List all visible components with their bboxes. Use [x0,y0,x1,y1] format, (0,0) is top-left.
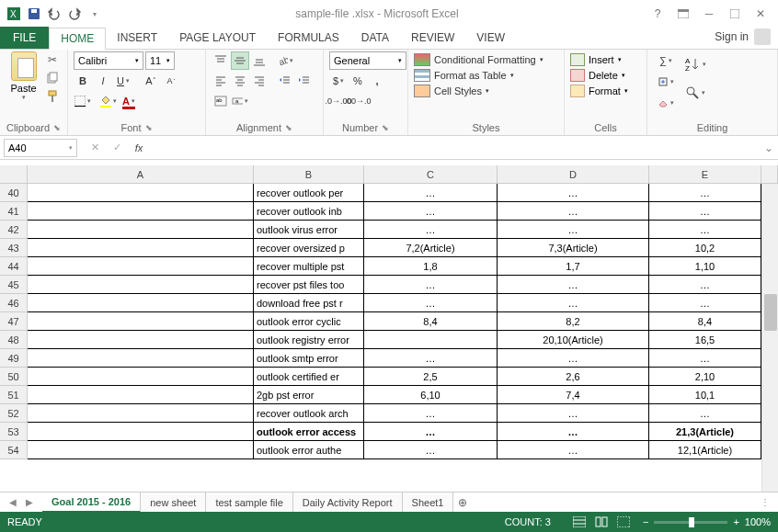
formula-input[interactable] [153,139,760,157]
qat-customize-icon[interactable]: ▾ [86,6,103,22]
minimize-button[interactable]: ─ [697,5,721,23]
sheet-tab[interactable]: Daily Activity Report [293,492,403,513]
name-box[interactable]: A40▾ [4,139,77,157]
cell[interactable] [28,349,254,368]
cell[interactable] [28,184,254,202]
row-header[interactable]: 42 [0,221,28,239]
font-size-combo[interactable]: 11▾ [145,51,175,70]
cell[interactable]: … [649,276,761,294]
align-bottom-icon[interactable] [250,51,269,70]
clear-icon[interactable] [653,94,679,112]
autosum-icon[interactable]: ∑ [653,51,679,70]
tab-view[interactable]: VIEW [465,27,516,49]
cell[interactable] [364,331,498,349]
cell[interactable]: … [649,404,761,423]
cell[interactable]: … [498,184,649,202]
row-header[interactable]: 50 [0,368,28,386]
col-header[interactable]: D [498,165,649,184]
enter-formula-icon[interactable]: ✓ [107,139,127,157]
cell[interactable]: recover multiple pst [254,257,364,276]
sort-filter-icon[interactable]: AZ [682,51,708,77]
cell[interactable]: outlook error cyclic [254,312,364,331]
cell[interactable]: … [364,404,498,423]
tab-page-layout[interactable]: PAGE LAYOUT [168,27,267,49]
format-cells-button[interactable]: Format▾ [570,85,628,97]
cell[interactable] [28,294,254,312]
increase-indent-icon[interactable] [295,72,314,90]
cell[interactable]: … [498,349,649,368]
col-header[interactable]: E [649,165,761,184]
cell[interactable]: … [498,441,649,459]
copy-icon[interactable] [43,70,62,86]
cell[interactable]: 2,10 [649,368,761,386]
cell[interactable]: … [649,202,761,221]
sheet-nav-prev-icon[interactable]: ◀ [6,495,20,510]
cell[interactable]: … [364,202,498,221]
cell[interactable]: 10,2 [649,239,761,257]
sheet-tab[interactable]: Goal 2015 - 2016 [42,492,141,513]
italic-button[interactable]: I [94,72,112,90]
cell[interactable]: … [498,404,649,423]
cell[interactable]: recover oversized p [254,239,364,257]
spreadsheet-grid[interactable]: ABCDE40recover outlook per………41recover o… [0,165,778,492]
cell[interactable]: … [364,441,498,459]
delete-cells-button[interactable]: Delete▾ [570,69,625,82]
cell[interactable]: outlook smtp error [254,349,364,368]
cell[interactable]: 8,4 [364,312,498,331]
align-middle-icon[interactable] [231,51,249,70]
cell[interactable]: 16,5 [649,331,761,349]
row-header[interactable]: 43 [0,239,28,257]
orientation-icon[interactable]: ab [276,51,294,70]
format-painter-icon[interactable] [43,88,62,105]
insert-cells-button[interactable]: Insert▾ [570,53,622,66]
zoom-in-icon[interactable]: + [733,516,738,527]
conditional-formatting-button[interactable]: Conditional Formatting▾ [414,53,543,66]
cell[interactable]: outlook error access [254,423,364,441]
vertical-scrollbar[interactable] [761,184,778,492]
font-launcher-icon[interactable]: ⬊ [145,123,153,132]
cell[interactable]: download free pst r [254,294,364,312]
align-left-icon[interactable] [212,72,230,90]
excel-icon[interactable]: X [6,6,22,22]
cell[interactable]: 1,7 [498,257,649,276]
cell[interactable]: 7,4 [498,386,649,404]
cell[interactable]: 2,6 [498,368,649,386]
font-name-combo[interactable]: Calibri▾ [74,51,143,70]
cell[interactable] [28,239,254,257]
align-top-icon[interactable] [212,51,230,70]
zoom-out-icon[interactable]: − [643,516,648,527]
tab-formulas[interactable]: FORMULAS [267,27,350,49]
cell[interactable]: … [364,294,498,312]
file-tab[interactable]: FILE [0,27,49,49]
tab-insert[interactable]: INSERT [106,27,168,49]
add-sheet-button[interactable]: ⊕ [453,496,472,509]
cell[interactable] [28,386,254,404]
cell[interactable]: outlook registry error [254,331,364,349]
cell[interactable]: outlook error authe [254,441,364,459]
close-button[interactable]: ✕ [749,5,772,23]
cell[interactable] [28,312,254,331]
borders-button[interactable] [74,92,92,110]
cancel-formula-icon[interactable]: ✕ [85,139,105,157]
cell[interactable]: 2,5 [364,368,498,386]
cell[interactable] [28,404,254,423]
percent-format-icon[interactable]: % [349,72,367,90]
tab-home[interactable]: HOME [49,28,106,50]
cell[interactable] [28,202,254,221]
fx-icon[interactable]: fx [129,139,149,157]
cell[interactable] [28,368,254,386]
cell[interactable]: … [498,423,649,441]
tab-review[interactable]: REVIEW [400,27,465,49]
cell[interactable]: outlook virus error [254,221,364,239]
select-all-corner[interactable] [0,165,28,184]
cell[interactable]: 2gb pst error [254,386,364,404]
tab-data[interactable]: DATA [350,27,400,49]
decrease-decimal-icon[interactable]: .00→.0 [349,92,367,110]
align-right-icon[interactable] [250,72,269,90]
row-header[interactable]: 46 [0,294,28,312]
undo-icon[interactable] [46,6,63,22]
sheet-tab[interactable]: new sheet [141,492,206,513]
col-header[interactable]: B [254,165,364,184]
cell[interactable]: recover outlook arch [254,404,364,423]
expand-formula-bar-icon[interactable]: ⌄ [760,141,778,154]
